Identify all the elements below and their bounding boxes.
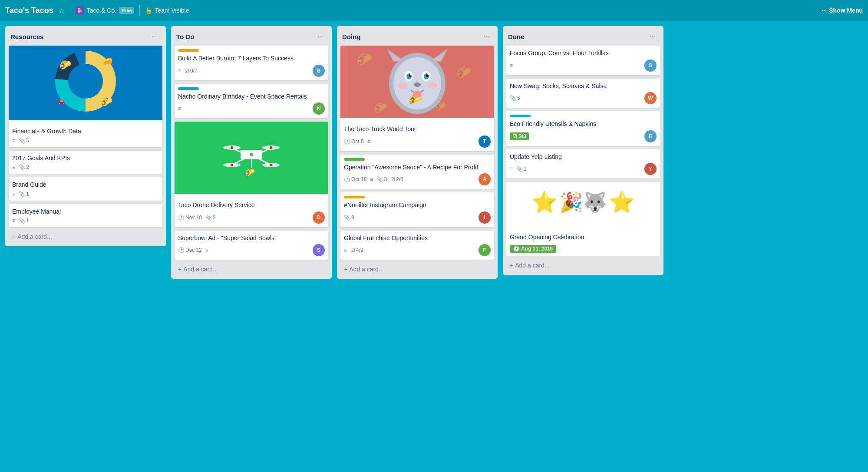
employee-attachment-icon: 📎 1 xyxy=(19,218,29,224)
svg-point-43 xyxy=(428,74,429,76)
add-card-resources[interactable]: + Add a card... xyxy=(9,231,162,243)
card-grand[interactable]: ⭐ 🎉🐺 ⭐ Grand Opening Celebration 🕐 Aug 1… xyxy=(506,182,660,256)
desc-icon: ≡ xyxy=(12,138,15,144)
brand-title: Brand Guide xyxy=(12,181,159,189)
drone-cover: 🌮 xyxy=(175,122,328,194)
header-divider xyxy=(70,5,70,16)
eco-avatar: E xyxy=(644,130,657,142)
franchise-title: Global Franchise Opportunities xyxy=(344,234,491,243)
card-awesome-sauce[interactable]: Operation "Awesome Sauce" - A Recipe For… xyxy=(340,155,494,189)
add-card-label-done: Add a card... xyxy=(515,262,549,269)
burrito-label xyxy=(178,49,199,52)
star-icon-right: ⭐ xyxy=(609,190,635,215)
card-taco-tour[interactable]: 🌮 🌮 🌮 🌮 xyxy=(340,46,494,151)
card-brand[interactable]: Brand Guide ≡ 📎 1 xyxy=(9,177,162,201)
card-employee[interactable]: Employee Manual ≡ 📎 1 xyxy=(9,204,162,228)
column-menu-icon-done[interactable]: ··· xyxy=(647,31,658,42)
team-visibility[interactable]: 🔒 Team Visible xyxy=(145,7,189,14)
show-menu-label: Show Menu xyxy=(829,7,863,14)
financials-meta-left: ≡ 📎 5 xyxy=(12,138,29,144)
swag-attachment-icon: 📎 5 xyxy=(510,95,520,101)
column-resources: Resources ··· 🌮 🧀 🌮 xyxy=(5,26,166,246)
card-goals[interactable]: 2017 Goals And KPIs ≡ 📎 2 xyxy=(9,151,162,174)
franchise-meta: ≡ ☑ 4/9 xyxy=(344,247,363,253)
focus-group-title: Focus Group: Corn vs. Flour Tortillas xyxy=(510,49,657,58)
burrito-desc-icon: ≡ xyxy=(178,68,181,74)
column-header-resources: Resources ··· xyxy=(9,30,162,46)
burrito-avatar: B xyxy=(313,65,325,77)
yelp-avatar: Y xyxy=(644,163,657,175)
card-burrito[interactable]: Build A Better Burrito: 7 Layers To Succ… xyxy=(175,46,328,80)
awesome-sauce-desc-icon: ≡ xyxy=(370,176,373,182)
card-superbowl[interactable]: Superbowl Ad - "Super Salad Bowls" 🕐 Dec… xyxy=(175,231,328,260)
card-drone[interactable]: 🌮 Taco Drone Delivery Service 🕐 Nov 10 📎 xyxy=(175,122,328,227)
add-card-label-resources: Add a card... xyxy=(17,233,52,240)
plus-icon-done: + xyxy=(510,262,513,269)
add-card-todo[interactable]: + Add a card... xyxy=(175,263,328,275)
awesome-sauce-attachment-icon: 📎 3 xyxy=(376,176,387,182)
taco-tour-desc-icon: ≡ xyxy=(367,139,370,145)
nacho-title: Nacho Ordinary Birthday - Event Space Re… xyxy=(178,92,325,101)
svg-point-44 xyxy=(414,83,421,87)
instagram-meta: 📎 3 xyxy=(344,215,354,221)
board: Resources ··· 🌮 🧀 🌮 xyxy=(0,21,868,472)
plus-icon-todo: + xyxy=(178,266,182,273)
burrito-meta: ≡ ☑ 0/7 xyxy=(178,68,198,74)
card-focus-group[interactable]: Focus Group: Corn vs. Flour Tortillas ≡ … xyxy=(506,46,660,75)
card-franchise[interactable]: Global Franchise Opportunities ≡ ☑ 4/9 F xyxy=(340,231,494,260)
financials-body: Financials & Growth Data ≡ 📎 5 xyxy=(9,124,162,147)
taco-tour-footer: 🕐 Oct 5 ≡ T xyxy=(344,135,491,148)
focus-group-desc-icon: ≡ xyxy=(510,63,513,69)
drone-meta: 🕐 Nov 10 📎 3 xyxy=(178,215,216,221)
eco-meta: ☑ 3/3 xyxy=(510,132,529,140)
svg-text:🌮: 🌮 xyxy=(374,101,388,115)
svg-point-24 xyxy=(270,164,272,166)
add-card-doing[interactable]: + Add a card... xyxy=(340,263,494,275)
financials-meta: ≡ 📎 5 xyxy=(12,138,159,144)
focus-group-meta: ≡ xyxy=(510,63,513,69)
taco-tour-meta: 🕐 Oct 5 ≡ xyxy=(344,139,370,145)
workspace-selector[interactable]: 🐕 Taco & Co. Free xyxy=(76,6,135,15)
nacho-footer: ≡ N xyxy=(178,102,325,115)
cards-resources: 🌮 🧀 🌮 🚗 Financials & Growth Data ≡ 📎 5 xyxy=(9,46,162,227)
nacho-label xyxy=(178,87,199,90)
instagram-title: #NoFiller Instagram Campaign xyxy=(344,201,491,210)
burrito-footer: ≡ ☑ 0/7 B xyxy=(178,65,325,77)
column-title-todo: To Do xyxy=(176,33,194,40)
star-icon[interactable]: ☆ xyxy=(59,7,65,15)
show-menu-button[interactable]: ··· Show Menu xyxy=(822,7,863,14)
grand-date-badge: 🕐 Aug 11, 2016 xyxy=(510,245,556,253)
grand-body: Grand Opening Celebration 🕐 Aug 11, 2016 xyxy=(506,230,660,256)
employee-title: Employee Manual xyxy=(12,208,159,216)
financials-title: Financials & Growth Data xyxy=(12,127,159,136)
nacho-meta: ≡ xyxy=(178,106,181,112)
column-menu-icon-todo[interactable]: ··· xyxy=(315,31,327,42)
svg-text:🌮: 🌮 xyxy=(245,168,255,177)
card-instagram[interactable]: #NoFiller Instagram Campaign 📎 3 I xyxy=(340,192,494,227)
awesome-sauce-avatar: A xyxy=(479,173,491,185)
svg-point-21 xyxy=(231,146,233,149)
card-yelp[interactable]: Update Yelp Listing ≡ 📎 1 Y xyxy=(506,149,660,179)
card-eco[interactable]: Eco Friendly Utensils & Napkins ☑ 3/3 E xyxy=(506,111,660,146)
drone-avatar: D xyxy=(313,211,325,224)
column-menu-icon-doing[interactable]: ··· xyxy=(481,31,492,42)
superbowl-footer: 🕐 Dec 12 ≡ S xyxy=(178,244,325,256)
awesome-sauce-clock-icon: 🕐 Oct 18 xyxy=(344,176,366,182)
brand-meta: ≡ 📎 1 xyxy=(12,191,159,197)
goals-meta: ≡ 📎 2 xyxy=(12,164,159,170)
burrito-title: Build A Better Burrito: 7 Layers To Succ… xyxy=(178,54,325,63)
goals-title: 2017 Goals And KPIs xyxy=(12,154,159,163)
card-nacho[interactable]: Nacho Ordinary Birthday - Event Space Re… xyxy=(175,84,328,119)
column-menu-icon-resources[interactable]: ··· xyxy=(149,31,161,42)
card-financials[interactable]: 🌮 🧀 🌮 🚗 Financials & Growth Data ≡ 📎 5 xyxy=(9,46,162,147)
goals-meta-left: ≡ 📎 2 xyxy=(12,164,29,170)
column-done: Done ··· Focus Group: Corn vs. Flour Tor… xyxy=(503,26,663,275)
taco-tour-avatar: T xyxy=(479,135,491,148)
yelp-desc-icon: ≡ xyxy=(510,166,513,172)
burrito-checklist-icon: ☑ 0/7 xyxy=(185,68,198,74)
card-swag[interactable]: New Swag: Socks, Scarves & Salsa 📎 5 W xyxy=(506,79,660,108)
superbowl-avatar: S xyxy=(313,244,325,256)
add-card-done[interactable]: + Add a card... xyxy=(506,259,660,271)
eco-checklist-badge: ☑ 3/3 xyxy=(510,132,529,140)
dots-icon: ··· xyxy=(822,7,827,14)
